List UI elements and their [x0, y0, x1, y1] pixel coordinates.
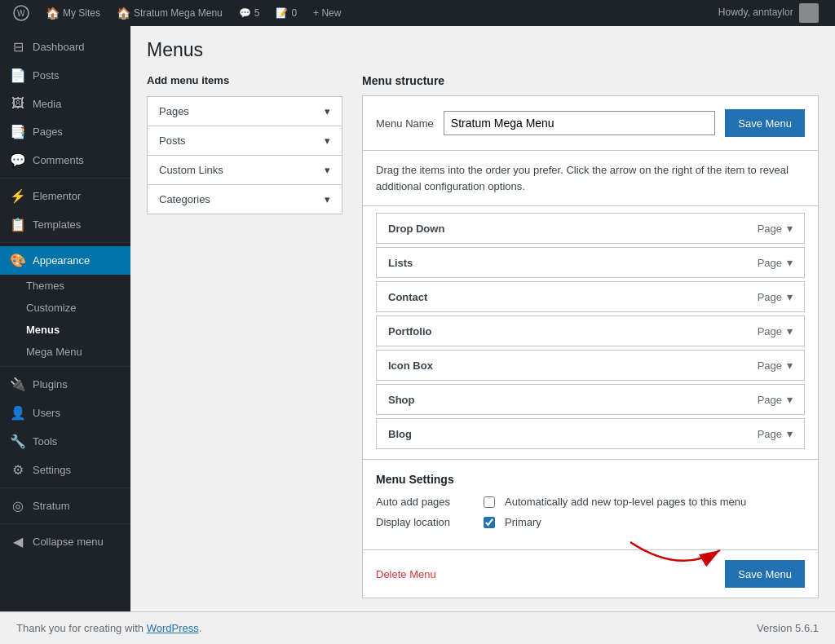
page-title: Menus: [147, 39, 819, 61]
howdy-label: Howdy, anntaylor: [709, 3, 828, 23]
sidebar-item-appearance[interactable]: 🎨 Appearance: [0, 246, 130, 275]
sidebar-item-plugins[interactable]: 🔌 Plugins: [0, 370, 130, 399]
admin-sidebar: ⊟ Dashboard 📄 Posts 🖼 Media 📑 Pages 💬 Co…: [0, 26, 130, 611]
auto-add-desc: Automatically add new top-level pages to…: [505, 496, 746, 508]
icon-box-arrow[interactable]: ▾: [787, 359, 793, 372]
categories-accordion-label: Categories: [159, 193, 210, 205]
save-arrow-indicator: [630, 534, 728, 567]
contact-arrow[interactable]: ▾: [787, 290, 793, 303]
pages-accordion: Pages ▾: [147, 96, 342, 126]
pages-accordion-arrow: ▾: [325, 105, 330, 117]
menu-item-dropdown[interactable]: Drop Down Page ▾: [376, 213, 805, 244]
collapse-menu-button[interactable]: ◀ Collapse menu: [0, 527, 130, 556]
posts-accordion-toggle[interactable]: Posts ▾: [148, 126, 342, 155]
tools-icon: 🔧: [10, 434, 26, 449]
categories-accordion: Categories ▾: [147, 185, 342, 214]
elementor-icon: ⚡: [10, 188, 26, 204]
page-footer: Thank you for creating with WordPress. V…: [0, 611, 835, 644]
primary-location-label: Primary: [505, 516, 541, 528]
media-icon: 🖼: [10, 96, 26, 111]
comments-icon: 💬: [10, 152, 26, 168]
pages-accordion-toggle[interactable]: Pages ▾: [148, 97, 342, 126]
sidebar-item-elementor[interactable]: ⚡ Elementor: [0, 182, 130, 210]
templates-icon: 📋: [10, 217, 26, 232]
add-menu-items-panel: Add menu items Pages ▾ Posts ▾: [147, 74, 342, 214]
submenu-themes[interactable]: Themes: [0, 275, 130, 297]
menu-structure-panel: Menu structure Menu Name Save Menu Drag …: [362, 74, 819, 598]
sidebar-item-users[interactable]: 👤 Users: [0, 399, 130, 427]
admin-bar: W 🏠 My Sites 🏠 Stratum Mega Menu 💬 5 📝 0…: [0, 0, 835, 26]
auto-add-checkbox[interactable]: [484, 496, 495, 508]
submenu-customize[interactable]: Customize: [0, 297, 130, 319]
custom-links-accordion-label: Custom Links: [159, 164, 223, 176]
users-icon: 👤: [10, 405, 26, 421]
menu-item-blog[interactable]: Blog Page ▾: [376, 418, 805, 449]
menu-settings-title: Menu Settings: [376, 473, 805, 486]
sidebar-item-templates[interactable]: 📋 Templates: [0, 210, 130, 239]
pages-accordion-label: Pages: [159, 105, 189, 117]
primary-location-checkbox[interactable]: [484, 517, 495, 528]
collapse-icon: ◀: [10, 534, 26, 549]
notes-link[interactable]: 📝 0: [269, 0, 303, 26]
sidebar-item-posts[interactable]: 📄 Posts: [0, 61, 130, 90]
svg-text:W: W: [17, 9, 25, 18]
sidebar-item-dashboard[interactable]: ⊟ Dashboard: [0, 33, 130, 61]
sidebar-item-comments[interactable]: 💬 Comments: [0, 146, 130, 174]
posts-accordion: Posts ▾: [147, 126, 342, 156]
auto-add-row: Auto add pages Automatically add new top…: [376, 496, 805, 508]
footer-credit: Thank you for creating with WordPress.: [16, 622, 201, 634]
save-menu-button-top[interactable]: Save Menu: [725, 109, 805, 137]
menu-instructions: Drag the items into the order you prefer…: [363, 151, 818, 206]
sidebar-item-tools[interactable]: 🔧 Tools: [0, 427, 130, 456]
categories-accordion-toggle[interactable]: Categories ▾: [148, 185, 342, 214]
portfolio-arrow[interactable]: ▾: [787, 324, 793, 337]
comments-link[interactable]: 💬 5: [232, 0, 267, 26]
sidebar-item-pages[interactable]: 📑 Pages: [0, 117, 130, 146]
appearance-icon: 🎨: [10, 253, 26, 268]
menu-name-row: Menu Name Save Menu: [363, 96, 818, 151]
categories-accordion-arrow: ▾: [325, 193, 330, 205]
save-menu-button-bottom[interactable]: Save Menu: [725, 560, 805, 588]
custom-links-accordion: Custom Links ▾: [147, 156, 342, 185]
site-name-link[interactable]: 🏠 Stratum Mega Menu: [110, 0, 229, 26]
menu-name-label: Menu Name: [376, 117, 434, 130]
stratum-icon: ◎: [10, 498, 26, 514]
new-content-link[interactable]: + New: [307, 0, 347, 26]
auto-add-label: Auto add pages: [376, 496, 474, 508]
posts-icon: 📄: [10, 68, 26, 83]
pages-icon: 📑: [10, 124, 26, 139]
lists-arrow[interactable]: ▾: [787, 256, 793, 269]
display-location-label: Display location: [376, 516, 474, 528]
menu-item-portfolio[interactable]: Portfolio Page ▾: [376, 315, 805, 346]
version-label: Version 5.6.1: [757, 622, 819, 634]
sidebar-item-stratum[interactable]: ◎ Stratum: [0, 492, 130, 520]
posts-accordion-label: Posts: [159, 135, 186, 147]
delete-menu-link[interactable]: Delete Menu: [376, 568, 436, 580]
blog-arrow[interactable]: ▾: [787, 427, 793, 440]
posts-accordion-arrow: ▾: [325, 135, 330, 147]
my-sites-menu[interactable]: 🏠 My Sites: [39, 0, 107, 26]
sidebar-item-settings[interactable]: ⚙ Settings: [0, 456, 130, 484]
dashboard-icon: ⊟: [10, 39, 26, 55]
menu-item-shop[interactable]: Shop Page ▾: [376, 384, 805, 415]
plugins-icon: 🔌: [10, 377, 26, 392]
submenu-mega-menu[interactable]: Mega Menu: [0, 341, 130, 363]
wordpress-link[interactable]: WordPress: [147, 622, 199, 634]
settings-icon: ⚙: [10, 462, 26, 478]
menu-name-input[interactable]: [444, 111, 715, 135]
menu-structure-title: Menu structure: [362, 74, 819, 87]
menu-item-icon-box[interactable]: Icon Box Page ▾: [376, 350, 805, 381]
menu-item-lists[interactable]: Lists Page ▾: [376, 247, 805, 278]
display-location-row: Display location Primary: [376, 516, 805, 528]
custom-links-accordion-arrow: ▾: [325, 164, 330, 176]
user-avatar: [799, 3, 819, 23]
shop-arrow[interactable]: ▾: [787, 393, 793, 406]
add-menu-items-title: Add menu items: [147, 74, 342, 86]
wp-logo[interactable]: W: [7, 0, 36, 26]
menu-item-contact[interactable]: Contact Page ▾: [376, 281, 805, 312]
submenu-menus[interactable]: Menus: [0, 319, 130, 341]
custom-links-accordion-toggle[interactable]: Custom Links ▾: [148, 156, 342, 184]
dropdown-arrow[interactable]: ▾: [787, 222, 793, 235]
main-content: Menus Add menu items Pages ▾ Posts ▾: [130, 26, 835, 611]
sidebar-item-media[interactable]: 🖼 Media: [0, 90, 130, 117]
